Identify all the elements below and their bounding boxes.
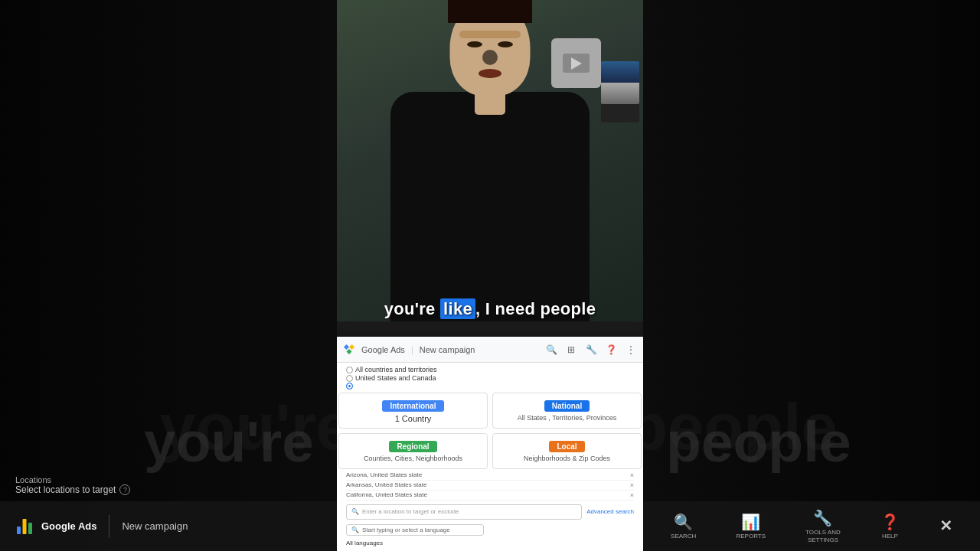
svg-rect-5 — [23, 519, 27, 534]
google-ads-logo-icon — [343, 344, 355, 356]
right-watermark-text: people — [666, 409, 980, 474]
svg-rect-2 — [349, 344, 354, 349]
svg-rect-4 — [17, 527, 21, 534]
search-topbar-icon[interactable]: 🔍 — [545, 344, 557, 356]
new-campaign-label: New campaign — [420, 345, 475, 354]
svg-rect-6 — [28, 523, 32, 534]
state-list: Arizona, United States state × Arkansas,… — [337, 469, 643, 502]
video-area — [337, 0, 643, 321]
right-watermark-area: people — [643, 409, 980, 474]
search-placeholder-text: Enter a location to target or exclude — [362, 508, 459, 515]
taskbar-search[interactable]: 🔍 SEARCH — [671, 513, 696, 540]
taskbar-help-label: HELP — [882, 533, 898, 540]
left-bar-brand: Google Ads — [41, 520, 96, 532]
state-item-california: California, United States state × — [346, 491, 634, 500]
international-badge: International — [382, 400, 443, 412]
google-ads-panel: Google Ads | New campaign 🔍 ⊞ 🔧 ❓ ⋮ All … — [337, 337, 643, 551]
regional-badge: Regional — [389, 441, 436, 452]
radio-us-canada[interactable]: United States and Canada — [346, 374, 634, 382]
taskbar-tools-label: TOOLS ANDSETTINGS — [805, 529, 841, 543]
more-icon[interactable]: ⋮ — [625, 344, 637, 356]
state-arkansas-label: Arkansas, United States state — [346, 481, 426, 488]
left-bar-brand-text: Google Ads — [41, 520, 96, 532]
language-bar: 🔍 Start typing or select a language — [337, 522, 643, 538]
taskbar-help-icon: ❓ — [880, 513, 900, 531]
monitor — [601, 61, 639, 122]
state-arizona-remove[interactable]: × — [630, 471, 634, 479]
location-card-regional[interactable]: Regional Counties, Cities, Neighborhoods — [338, 433, 488, 469]
language-input[interactable]: 🔍 Start typing or select a language — [346, 524, 484, 536]
taskbar-reports-label: REPORTS — [736, 533, 766, 540]
radio-circle-custom — [346, 383, 353, 390]
national-desc: All States , Territories, Provinces — [499, 414, 635, 423]
location-card-local[interactable]: Local Neighborhoods & Zip Codes — [492, 433, 642, 469]
state-arkansas-remove[interactable]: × — [630, 481, 634, 489]
left-bar-logo-icon — [15, 517, 34, 536]
radio-circle-us — [346, 375, 353, 382]
select-locations-left: Select locations to target ? — [15, 484, 322, 495]
taskbar-search-icon: 🔍 — [674, 513, 693, 531]
state-arizona-label: Arizona, United States state — [346, 471, 422, 478]
local-badge: Local — [549, 441, 584, 452]
left-watermark-text: you're — [0, 409, 314, 474]
subtitle-text: you're like, I need people — [352, 299, 628, 319]
regional-desc: Counties, Cities, Neighborhoods — [345, 455, 481, 464]
left-bar-campaign: New campaign — [122, 520, 188, 532]
taskbar-search-label: SEARCH — [671, 533, 696, 540]
svg-rect-3 — [346, 348, 351, 354]
radio-custom[interactable] — [346, 383, 634, 390]
help-icon[interactable]: ❓ — [605, 344, 617, 356]
radio-all-countries[interactable]: All countries and territories — [346, 366, 634, 373]
local-desc: Neighborhoods & Zip Codes — [499, 455, 635, 464]
locations-label-left: Locations — [15, 475, 322, 484]
radio-circle-all — [346, 367, 353, 373]
tools-icon[interactable]: 🔧 — [585, 344, 597, 356]
taskbar-reports-icon: 📊 — [741, 513, 760, 531]
radio-options-area: All countries and territories United Sta… — [337, 363, 643, 390]
info-icon: ? — [119, 484, 130, 495]
left-locations-area: Locations Select locations to target ? — [0, 469, 337, 501]
national-badge: National — [544, 400, 590, 412]
all-languages-label: All languages — [337, 540, 643, 546]
left-watermark-area: you're — [0, 409, 337, 474]
lang-search-icon: 🔍 — [351, 527, 359, 533]
state-item-arizona: Arizona, United States state × — [346, 471, 634, 481]
search-icon-small: 🔍 — [351, 508, 359, 515]
location-card-national[interactable]: National All States , Territories, Provi… — [492, 393, 642, 429]
ads-topbar: Google Ads | New campaign 🔍 ⊞ 🔧 ❓ ⋮ — [337, 337, 643, 363]
location-card-international[interactable]: International 1 Country — [338, 393, 488, 429]
ads-logo-text: Google Ads — [361, 345, 405, 354]
taskbar-tools[interactable]: 🔧 TOOLS ANDSETTINGS — [805, 509, 841, 543]
language-placeholder: Start typing or select a language — [362, 527, 450, 533]
topbar-separator: | — [411, 345, 413, 354]
international-count: 1 Country — [345, 414, 481, 423]
right-bottom-taskbar: 🔍 SEARCH 📊 REPORTS 🔧 TOOLS ANDSETTINGS ❓… — [643, 501, 980, 551]
center-panel: you're like, I need people Google Ads | … — [337, 0, 643, 551]
subtitle-suffix: , I need people — [475, 299, 596, 318]
subtitle-highlight: like — [440, 298, 475, 319]
svg-rect-1 — [344, 344, 349, 349]
select-locations-text: Select locations to target — [15, 484, 116, 495]
taskbar-close-icon: ✕ — [939, 517, 952, 535]
taskbar-tools-icon: 🔧 — [813, 509, 832, 527]
state-california-remove[interactable]: × — [630, 491, 634, 499]
radio-label-us: United States and Canada — [355, 374, 436, 382]
search-bar-row: 🔍 Enter a location to target or exclude … — [337, 502, 643, 522]
grid-icon[interactable]: ⊞ — [565, 344, 577, 356]
advanced-search-link[interactable]: Advanced search — [586, 508, 634, 515]
radio-label-all: All countries and territories — [355, 366, 437, 373]
location-cards: International 1 Country National All Sta… — [337, 393, 643, 469]
taskbar-reports[interactable]: 📊 REPORTS — [736, 513, 766, 540]
location-search-input[interactable]: 🔍 Enter a location to target or exclude — [346, 504, 582, 520]
taskbar-help[interactable]: ❓ HELP — [880, 513, 900, 540]
state-item-arkansas: Arkansas, United States state × — [346, 481, 634, 491]
topbar-icons: 🔍 ⊞ 🔧 ❓ ⋮ — [545, 344, 637, 356]
taskbar-close[interactable]: ✕ — [939, 517, 952, 536]
state-california-label: California, United States state — [346, 491, 427, 498]
left-bottom-bar: Google Ads New campaign — [0, 501, 337, 551]
left-bar-divider — [109, 515, 109, 538]
subtitle-prefix: you're — [384, 299, 440, 318]
subtitle-area: you're like, I need people — [337, 293, 643, 325]
left-overlay-area — [337, 324, 355, 337]
person-silhouette — [383, 15, 597, 321]
